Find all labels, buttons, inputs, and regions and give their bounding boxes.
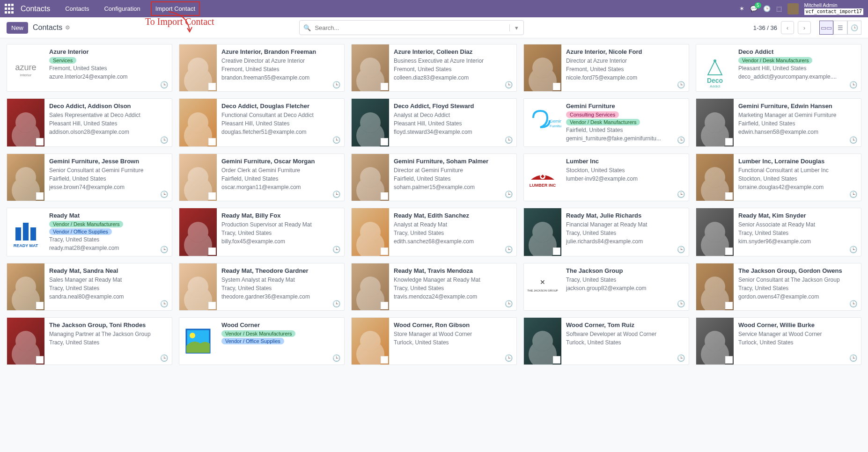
pager-next[interactable]: › bbox=[798, 21, 811, 34]
contact-card[interactable]: Ready Mat, Travis MendozaKnowledge Manag… bbox=[351, 263, 517, 311]
contact-card[interactable]: Azure Interior, Brandon FreemanCreative … bbox=[179, 44, 345, 92]
activity-icon[interactable]: 🕒 bbox=[505, 300, 513, 307]
activity-icon[interactable]: 🕒 bbox=[332, 246, 340, 253]
contact-card[interactable]: Wood Corner, Tom RuizSoftware Developer … bbox=[523, 317, 689, 365]
contact-card[interactable]: The Jackson Group, Gordon OwensSenior Co… bbox=[696, 263, 861, 311]
tag-list: Services bbox=[49, 57, 167, 64]
contact-card[interactable]: Azure Interior, Nicole FordDirector at A… bbox=[523, 44, 689, 92]
contact-avatar bbox=[179, 263, 217, 310]
debug-icon[interactable]: ✶ bbox=[739, 5, 744, 12]
contact-card[interactable]: Deco Addict, Addison OlsonSales Represen… bbox=[7, 98, 172, 147]
activity-icon[interactable]: 🕒 bbox=[677, 190, 685, 198]
svg-text:Deco: Deco bbox=[707, 77, 723, 84]
contact-card[interactable]: Ready Mat, Theodore GardnerSystem Analys… bbox=[179, 263, 345, 311]
contact-card[interactable]: Lumber Inc, Lorraine DouglasFunctional C… bbox=[696, 153, 861, 201]
gear-icon[interactable]: ⚙ bbox=[65, 24, 70, 31]
pager-prev[interactable]: ‹ bbox=[781, 21, 794, 34]
contact-location: Fairfield, United States bbox=[738, 119, 856, 128]
contact-card[interactable]: READY MATReady MatVendor / Desk Manufact… bbox=[7, 208, 172, 256]
contact-name: Ready Mat, Travis Mendoza bbox=[394, 267, 512, 274]
contact-card[interactable]: Azure Interior, Colleen DiazBusiness Exe… bbox=[351, 44, 517, 92]
parent-company-mini-logo bbox=[553, 356, 560, 364]
contact-card[interactable]: Gemini Furniture, Soham PalmerDirector a… bbox=[351, 153, 517, 201]
more-icon[interactable]: ⬚ bbox=[776, 5, 782, 12]
search-dropdown-icon[interactable]: ▾ bbox=[509, 24, 523, 31]
activities-icon[interactable]: 🕒 bbox=[763, 5, 771, 12]
activity-icon[interactable]: 🕒 bbox=[332, 136, 340, 144]
contact-name: Lumber Inc, Lorraine Douglas bbox=[738, 158, 856, 165]
activity-icon[interactable]: 🕒 bbox=[849, 246, 857, 253]
contact-name: Gemini Furniture, Soham Palmer bbox=[394, 158, 512, 165]
contact-card[interactable]: LUMBER INCLumber IncStockton, United Sta… bbox=[523, 153, 689, 201]
contact-card[interactable]: Gemini Furniture, Oscar MorganOrder Cler… bbox=[179, 153, 345, 201]
company-logo: GeminiFurniture bbox=[524, 99, 561, 146]
activity-icon[interactable]: 🕒 bbox=[332, 300, 340, 307]
contact-card[interactable]: Gemini Furniture, Edwin HansenMarketing … bbox=[696, 98, 861, 147]
search-input[interactable] bbox=[315, 24, 509, 31]
messaging-icon[interactable]: 💬5 bbox=[750, 5, 758, 12]
card-body: Ready Mat, Sandra NealSales Manager at R… bbox=[44, 263, 172, 310]
activity-icon[interactable]: 🕒 bbox=[677, 136, 685, 144]
list-view-button[interactable]: ☰ bbox=[833, 21, 847, 35]
activity-icon[interactable]: 🕒 bbox=[677, 300, 685, 307]
contact-avatar bbox=[696, 99, 734, 146]
nav-contacts[interactable]: Contacts bbox=[60, 1, 94, 16]
contact-card[interactable]: Wood CornerVendor / Desk ManufacturersVe… bbox=[179, 317, 345, 365]
kanban-view-button[interactable]: ▭▭ bbox=[819, 21, 833, 35]
contact-jobtitle: Order Clerk at Gemini Furniture bbox=[221, 166, 339, 175]
contact-card[interactable]: Ready Mat, Kim SnyderSenior Associate at… bbox=[696, 208, 861, 256]
contact-email: nicole.ford75@example.com bbox=[566, 73, 684, 82]
contact-email: douglas.fletcher51@example.com bbox=[221, 128, 339, 136]
contact-location: Tracy, United States bbox=[738, 229, 856, 237]
activity-icon[interactable]: 🕒 bbox=[849, 136, 857, 144]
contact-card[interactable]: ✕THE JACKSON GROUPThe Jackson GroupTracy… bbox=[523, 263, 689, 311]
activity-icon[interactable]: 🕒 bbox=[677, 354, 685, 362]
activity-icon[interactable]: 🕒 bbox=[849, 81, 857, 88]
contact-card[interactable]: azureinteriorAzure InteriorServicesFremo… bbox=[7, 44, 172, 92]
nav-import-contact[interactable]: Import Contact bbox=[151, 1, 200, 16]
activity-icon[interactable]: 🕒 bbox=[505, 354, 513, 362]
contact-card[interactable]: Wood Corner, Willie BurkeService Manager… bbox=[696, 317, 861, 365]
activity-icon[interactable]: 🕒 bbox=[849, 354, 857, 362]
activity-icon[interactable]: 🕒 bbox=[160, 136, 168, 144]
contact-avatar bbox=[179, 99, 217, 146]
contact-email: ready.mat28@example.com bbox=[49, 244, 167, 252]
contact-card[interactable]: GeminiFurnitureGemini FurnitureConsultin… bbox=[523, 98, 689, 147]
contact-card[interactable]: Gemini Furniture, Jesse BrownSenior Cons… bbox=[7, 153, 172, 201]
activity-icon[interactable]: 🕒 bbox=[505, 246, 513, 253]
contact-card[interactable]: Ready Mat, Sandra NealSales Manager at R… bbox=[7, 263, 172, 311]
activity-icon[interactable]: 🕒 bbox=[505, 190, 513, 198]
contact-jobtitle: Creative Director at Azure Interior bbox=[221, 57, 339, 65]
activity-icon[interactable]: 🕒 bbox=[160, 354, 168, 362]
nav-configuration[interactable]: Configuration bbox=[99, 1, 145, 16]
contact-card[interactable]: Wood Corner, Ron GibsonStore Manager at … bbox=[351, 317, 517, 365]
activity-icon[interactable]: 🕒 bbox=[677, 81, 685, 88]
user-avatar[interactable] bbox=[787, 3, 799, 15]
card-body: Gemini Furniture, Soham PalmerDirector a… bbox=[389, 154, 516, 201]
activity-icon[interactable]: 🕒 bbox=[160, 190, 168, 198]
activity-icon[interactable]: 🕒 bbox=[505, 81, 513, 88]
contact-card[interactable]: Ready Mat, Billy FoxProduction Superviso… bbox=[179, 208, 345, 256]
contact-card[interactable]: The Jackson Group, Toni RhodesManaging P… bbox=[7, 317, 172, 365]
activity-icon[interactable]: 🕒 bbox=[160, 246, 168, 253]
activity-icon[interactable]: 🕒 bbox=[160, 300, 168, 307]
activity-icon[interactable]: 🕒 bbox=[849, 300, 857, 307]
new-button[interactable]: New bbox=[7, 22, 28, 34]
user-info[interactable]: Mitchell Admin vcf_contact_import17 bbox=[804, 2, 863, 15]
activity-icon[interactable]: 🕒 bbox=[849, 190, 857, 198]
contact-card[interactable]: Ready Mat, Edith SanchezAnalyst at Ready… bbox=[351, 208, 517, 256]
contact-jobtitle: System Analyst at Ready Mat bbox=[221, 276, 339, 284]
activity-icon[interactable]: 🕒 bbox=[332, 81, 340, 88]
contact-card[interactable]: Ready Mat, Julie RichardsFinancial Manag… bbox=[523, 208, 689, 256]
activity-icon[interactable]: 🕒 bbox=[160, 81, 168, 88]
contact-card[interactable]: Deco Addict, Floyd StewardAnalyst at Dec… bbox=[351, 98, 517, 147]
activity-icon[interactable]: 🕒 bbox=[332, 190, 340, 198]
contact-card[interactable]: DecoAddictDeco AddictVendor / Desk Manuf… bbox=[696, 44, 861, 92]
activity-icon[interactable]: 🕒 bbox=[505, 136, 513, 144]
apps-icon[interactable] bbox=[5, 4, 15, 14]
activity-icon[interactable]: 🕒 bbox=[332, 354, 340, 362]
activity-view-button[interactable]: 🕒 bbox=[847, 21, 861, 35]
user-name: Mitchell Admin bbox=[804, 2, 863, 8]
activity-icon[interactable]: 🕒 bbox=[677, 246, 685, 253]
contact-card[interactable]: Deco Addict, Douglas FletcherFunctional … bbox=[179, 98, 345, 147]
